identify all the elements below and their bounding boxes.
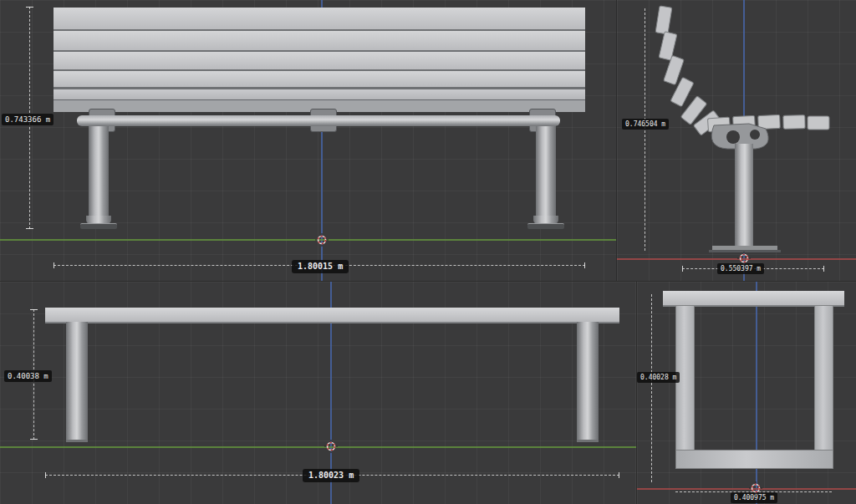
- dimension-tick: [54, 262, 54, 268]
- dimension-label-height: 0.743366 m: [2, 114, 54, 125]
- table-top: [45, 308, 619, 323]
- dimension-tick: [584, 262, 585, 268]
- blender-quad-viewport: 0.743366 m 1.80015 m: [0, 0, 856, 504]
- table-frame-leg: [675, 305, 695, 469]
- bench-slat: [54, 31, 585, 50]
- leg-base-plate: [80, 223, 117, 229]
- bench-side-model: [617, 0, 856, 281]
- dimension-tick: [682, 266, 683, 272]
- 3d-cursor-icon: [737, 252, 751, 265]
- dimension-tick: [26, 228, 33, 229]
- table-frame-leg: [814, 305, 833, 469]
- table-leg: [577, 322, 599, 442]
- dimension-tick: [823, 266, 824, 272]
- seat-rail-tube: [77, 115, 560, 126]
- table-leg: [66, 322, 88, 442]
- dimension-tick: [30, 439, 38, 440]
- viewport-front-bench[interactable]: 0.743366 m 1.80015 m: [0, 0, 617, 282]
- viewport-front-table[interactable]: 0.40038 m 1.80023 m: [0, 282, 637, 504]
- bench-slat: [54, 71, 585, 87]
- dimension-label-height: 0.40038 m: [4, 370, 52, 382]
- 3d-cursor-icon: [324, 440, 338, 453]
- dimension-tick: [619, 472, 619, 478]
- bench-slat: [54, 8, 585, 29]
- ground-axis-line: [0, 239, 616, 241]
- dimension-label-height: 0.40028 m: [637, 372, 680, 383]
- bench-slat: [54, 52, 585, 69]
- bench-leg: [89, 125, 109, 219]
- dimension-label-height: 0.746504 m: [622, 119, 669, 130]
- seat-edge: [54, 89, 585, 99]
- dimension-line-vertical: [651, 294, 652, 482]
- table-frame-stretcher: [675, 450, 833, 469]
- leg-base-plate: [527, 223, 564, 229]
- dimension-tick: [26, 7, 33, 8]
- 3d-cursor-icon: [749, 481, 762, 495]
- bench-backrest: [54, 8, 585, 112]
- viewport-side-bench[interactable]: 0.746504 m 0.550397 m: [617, 0, 856, 282]
- 3d-cursor-icon: [315, 233, 329, 247]
- dimension-tick: [30, 309, 38, 310]
- dimension-label-width: 1.80015 m: [292, 260, 349, 273]
- dimension-tick: [45, 472, 46, 478]
- x-axis-line: [637, 488, 856, 490]
- viewport-side-table[interactable]: 0.40028 m 0.400975 m: [637, 282, 856, 504]
- dimension-label-width: 1.80023 m: [303, 469, 359, 482]
- z-axis-line: [756, 282, 757, 504]
- ground-axis-line: [0, 446, 636, 448]
- bench-leg: [536, 125, 556, 219]
